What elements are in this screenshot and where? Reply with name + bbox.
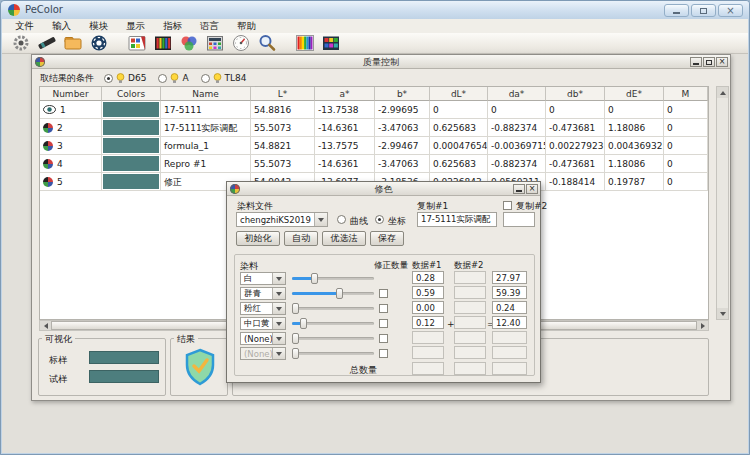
initialize-button[interactable]: 初始化 xyxy=(236,231,280,246)
data1-input[interactable] xyxy=(412,286,444,299)
scroll-up-button[interactable] xyxy=(717,87,728,98)
color-grid-icon[interactable] xyxy=(318,34,344,53)
data1-input[interactable] xyxy=(412,301,444,314)
col-dE[interactable]: dE* xyxy=(605,87,664,101)
copy1-input[interactable] xyxy=(417,212,497,227)
table-row[interactable]: 1 17-5111 54.8816 -13.7538 -2.99695 0 0 … xyxy=(40,101,708,119)
dye-slider[interactable] xyxy=(292,272,374,285)
col-number[interactable]: Number xyxy=(40,87,102,101)
illuminant-option-a[interactable]: A xyxy=(158,73,188,84)
col-db[interactable]: db* xyxy=(546,87,605,101)
maximize-button[interactable] xyxy=(691,4,716,17)
table-row[interactable]: 4 Repro #1 55.5073 -14.6361 -3.47063 0.6… xyxy=(40,155,708,173)
abacus-icon[interactable] xyxy=(150,34,176,53)
table-row[interactable]: 2 17-5111实际调配 55.5073 -14.6361 -3.47063 … xyxy=(40,119,708,137)
slider-thumb[interactable] xyxy=(292,303,299,314)
data2-input[interactable] xyxy=(454,316,486,329)
data2-input[interactable] xyxy=(454,286,486,299)
rainbow-icon[interactable] xyxy=(292,34,318,53)
data2-input[interactable] xyxy=(454,301,486,314)
dye-dropdown[interactable]: 粉红 xyxy=(240,302,286,315)
measure-pen-icon[interactable] xyxy=(34,34,60,53)
dye-dropdown[interactable]: 群青 xyxy=(240,287,286,300)
dropdown-button[interactable] xyxy=(272,288,285,299)
dialog-minimize-button[interactable] xyxy=(513,184,525,194)
scroll-left-button[interactable] xyxy=(40,321,51,330)
menu-file[interactable]: 文件 xyxy=(6,19,43,33)
mode-coordinate-radio[interactable] xyxy=(375,215,384,224)
menu-display[interactable]: 显示 xyxy=(117,19,154,33)
save-button[interactable]: 保存 xyxy=(370,231,404,246)
radio-icon[interactable] xyxy=(201,74,210,83)
dye-dropdown[interactable]: (None) xyxy=(240,332,286,345)
app-titlebar[interactable]: PeColor × xyxy=(1,1,750,19)
menu-help[interactable]: 帮助 xyxy=(228,19,265,33)
slider-thumb[interactable] xyxy=(311,273,318,284)
dye-dropdown[interactable]: 中口黄 xyxy=(240,317,286,330)
scroll-down-button[interactable] xyxy=(717,308,728,319)
dialog-titlebar[interactable]: 修色 × xyxy=(227,182,540,196)
result-input[interactable] xyxy=(492,331,527,344)
fix-checkbox[interactable] xyxy=(379,289,388,298)
color-mix-icon[interactable] xyxy=(176,34,202,53)
illuminant-option-tl84[interactable]: TL84 xyxy=(201,73,247,84)
dye-dropdown[interactable]: 白 xyxy=(240,272,286,285)
menu-input[interactable]: 输入 xyxy=(43,19,80,33)
copy2-input[interactable] xyxy=(503,212,535,227)
gauge-icon[interactable] xyxy=(228,34,254,53)
col-dL[interactable]: dL* xyxy=(430,87,488,101)
dropdown-button[interactable] xyxy=(272,333,285,344)
col-a[interactable]: a* xyxy=(315,87,375,101)
fix-checkbox[interactable] xyxy=(379,319,388,328)
fix-checkbox[interactable] xyxy=(379,304,388,313)
data1-input[interactable] xyxy=(412,271,444,284)
settings-gear-icon[interactable] xyxy=(8,34,34,53)
slider-thumb[interactable] xyxy=(292,333,299,344)
result-input[interactable] xyxy=(492,271,527,284)
copy2-checkbox[interactable] xyxy=(503,201,512,210)
data1-input[interactable] xyxy=(412,316,444,329)
fix-checkbox[interactable] xyxy=(379,334,388,343)
menu-index[interactable]: 指标 xyxy=(154,19,191,33)
dye-slider[interactable] xyxy=(292,302,374,315)
mode-coordinate-label[interactable]: 坐标 xyxy=(388,215,406,228)
close-button[interactable]: × xyxy=(718,4,743,17)
col-b[interactable]: b* xyxy=(375,87,430,101)
wheel-icon[interactable] xyxy=(86,34,112,53)
col-da[interactable]: da* xyxy=(488,87,546,101)
data2-input[interactable] xyxy=(454,271,486,284)
minimize-button[interactable] xyxy=(664,4,689,17)
dye-slider[interactable] xyxy=(292,287,374,300)
col-L[interactable]: L* xyxy=(251,87,315,101)
dialog-close-button[interactable]: × xyxy=(526,184,538,194)
qc-close-button[interactable]: × xyxy=(716,57,728,67)
mode-curve-radio[interactable] xyxy=(337,215,346,224)
col-colors[interactable]: Colors xyxy=(102,87,161,101)
qc-minimize-button[interactable] xyxy=(690,57,702,67)
scroll-right-button[interactable] xyxy=(697,321,708,330)
dye-slider[interactable] xyxy=(292,332,374,345)
radio-icon[interactable] xyxy=(104,74,113,83)
qc-titlebar[interactable]: 质量控制 × xyxy=(32,55,730,69)
vertical-scrollbar[interactable] xyxy=(716,86,729,320)
table-row[interactable]: 3 formula_1 54.8821 -13.7575 -2.99467 0.… xyxy=(40,137,708,155)
result-input[interactable] xyxy=(492,301,527,314)
mode-curve-label[interactable]: 曲线 xyxy=(350,215,368,228)
search-icon[interactable] xyxy=(254,34,280,53)
illuminant-option-d65[interactable]: D65 xyxy=(104,73,146,84)
col-M[interactable]: M xyxy=(664,87,708,101)
folder-icon[interactable] xyxy=(60,34,86,53)
dye-slider[interactable] xyxy=(292,317,374,330)
palette-book-icon[interactable] xyxy=(124,34,150,53)
result-input[interactable] xyxy=(492,286,527,299)
slider-thumb[interactable] xyxy=(300,318,307,329)
auto-button[interactable]: 自动 xyxy=(284,231,318,246)
radio-icon[interactable] xyxy=(158,74,167,83)
calculator-icon[interactable] xyxy=(202,34,228,53)
result-input[interactable] xyxy=(492,316,527,329)
dropdown-button[interactable] xyxy=(272,273,285,284)
qc-restore-button[interactable] xyxy=(703,57,715,67)
dye-file-dropdown[interactable]: chengzhiKS2019 xyxy=(236,212,328,227)
data2-input[interactable] xyxy=(454,331,486,344)
dropdown-button[interactable] xyxy=(314,213,327,226)
